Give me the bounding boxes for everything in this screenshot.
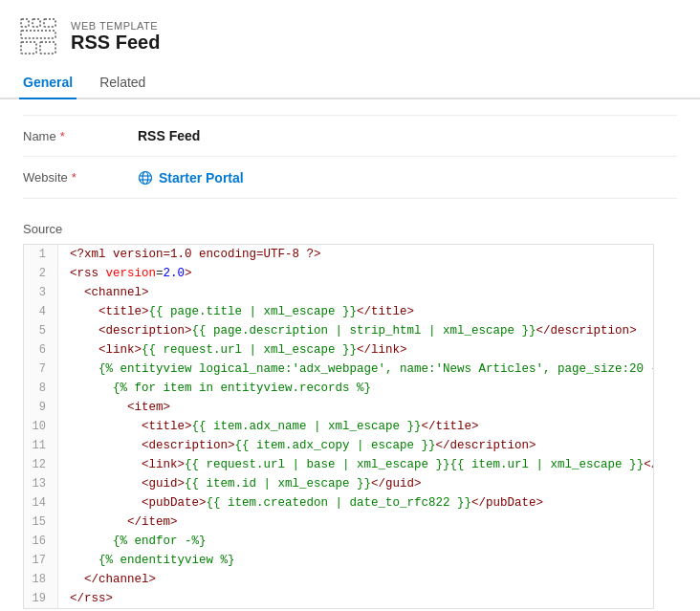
svg-point-7 (142, 171, 148, 184)
line-content: {% for item in entityview.records %} (58, 379, 371, 398)
svg-rect-1 (33, 19, 40, 27)
name-required: * (60, 129, 65, 143)
line-number: 14 (24, 493, 58, 513)
line-number: 12 (24, 455, 58, 474)
web-template-icon (19, 17, 57, 55)
line-content: <link>{{ request.url | base | xml_escape… (58, 455, 654, 474)
header-text-block: WEB TEMPLATE RSS Feed (71, 20, 160, 54)
website-link[interactable]: Starter Portal (138, 170, 244, 185)
code-line: 4 <title>{{ page.title | xml_escape }}</… (24, 302, 653, 321)
line-number: 7 (24, 360, 58, 379)
line-number: 11 (24, 436, 58, 455)
code-line: 16 {% endfor -%} (24, 532, 653, 551)
header-subtitle: WEB TEMPLATE (71, 20, 160, 32)
line-content: </rss> (58, 589, 113, 608)
line-content: <channel> (58, 283, 149, 302)
code-line: 17 {% endentityview %} (24, 551, 653, 570)
line-content: <rss version=2.0> (58, 264, 192, 283)
code-line: 14 <pubDate>{{ item.createdon | date_to_… (24, 493, 653, 513)
line-number: 18 (24, 570, 58, 589)
code-line: 18 </channel> (24, 570, 653, 589)
website-required: * (72, 170, 77, 185)
code-line: 19</rss> (24, 589, 653, 608)
source-label: Source (23, 222, 700, 236)
line-content: </item> (58, 513, 178, 532)
line-number: 4 (24, 302, 58, 321)
code-line: 13 <guid>{{ item.id | xml_escape }}</gui… (24, 474, 653, 493)
svg-rect-4 (21, 42, 36, 54)
code-line: 8 {% for item in entityview.records %} (24, 379, 653, 398)
code-line: 5 <description>{{ page.description | str… (24, 321, 653, 340)
code-line: 2<rss version=2.0> (24, 264, 653, 283)
line-content: {% endentityview %} (58, 551, 235, 570)
svg-rect-0 (21, 19, 29, 27)
line-number: 19 (24, 589, 58, 608)
line-content: <guid>{{ item.id | xml_escape }}</guid> (58, 474, 422, 493)
line-number: 9 (24, 398, 58, 417)
website-value: Starter Portal (159, 170, 244, 185)
code-line: 10 <title>{{ item.adx_name | xml_escape … (24, 417, 653, 436)
svg-rect-3 (21, 31, 55, 38)
line-number: 16 (24, 532, 58, 551)
line-number: 3 (24, 283, 58, 302)
svg-rect-5 (40, 42, 55, 54)
tab-related[interactable]: Related (96, 67, 149, 99)
code-block: 1<?xml version=1.0 encoding=UTF-8 ?>2<rs… (23, 244, 654, 609)
name-field: Name* RSS Feed (23, 115, 677, 157)
line-number: 8 (24, 379, 58, 398)
code-line: 7 {% entityview logical_name:'adx_webpag… (24, 360, 653, 379)
code-line: 1<?xml version=1.0 encoding=UTF-8 ?> (24, 245, 653, 264)
form-section: Name* RSS Feed Website* Starter Portal (0, 99, 700, 214)
line-number: 6 (24, 340, 58, 360)
tab-general[interactable]: General (19, 67, 77, 99)
code-container: 1<?xml version=1.0 encoding=UTF-8 ?>2<rs… (0, 240, 700, 611)
tab-bar: General Related (0, 67, 700, 99)
code-line: 12 <link>{{ request.url | base | xml_esc… (24, 455, 653, 474)
website-label: Website* (23, 170, 138, 185)
line-content: {% entityview logical_name:'adx_webpage'… (58, 360, 654, 379)
page-header: WEB TEMPLATE RSS Feed (0, 0, 700, 67)
line-content: <title>{{ page.title | xml_escape }}</ti… (58, 302, 414, 321)
code-line: 11 <description>{{ item.adx_copy | escap… (24, 436, 653, 455)
line-content: </channel> (58, 570, 156, 589)
line-content: <title>{{ item.adx_name | xml_escape }}<… (58, 417, 479, 436)
header-title: RSS Feed (71, 32, 160, 54)
code-line: 15 </item> (24, 513, 653, 532)
name-label: Name* (23, 129, 138, 143)
line-number: 17 (24, 551, 58, 570)
line-content: <description>{{ item.adx_copy | escape }… (58, 436, 536, 455)
svg-point-6 (140, 171, 152, 184)
line-number: 15 (24, 513, 58, 532)
line-content: {% endfor -%} (58, 532, 207, 551)
line-number: 5 (24, 321, 58, 340)
website-field: Website* Starter Portal (23, 157, 677, 199)
globe-icon (138, 170, 153, 185)
code-line: 3 <channel> (24, 283, 653, 302)
code-line: 9 <item> (24, 398, 653, 417)
line-content: <description>{{ page.description | strip… (58, 321, 637, 340)
line-content: <?xml version=1.0 encoding=UTF-8 ?> (58, 245, 321, 264)
line-number: 2 (24, 264, 58, 283)
line-content: <item> (58, 398, 170, 417)
line-content: <link>{{ request.url | xml_escape }}</li… (58, 340, 407, 360)
line-content: <pubDate>{{ item.createdon | date_to_rfc… (58, 493, 543, 513)
line-number: 13 (24, 474, 58, 493)
svg-rect-2 (44, 19, 55, 27)
code-line: 6 <link>{{ request.url | xml_escape }}</… (24, 340, 653, 360)
line-number: 1 (24, 245, 58, 264)
name-value: RSS Feed (138, 128, 200, 143)
source-section: Source (0, 214, 700, 236)
line-number: 10 (24, 417, 58, 436)
